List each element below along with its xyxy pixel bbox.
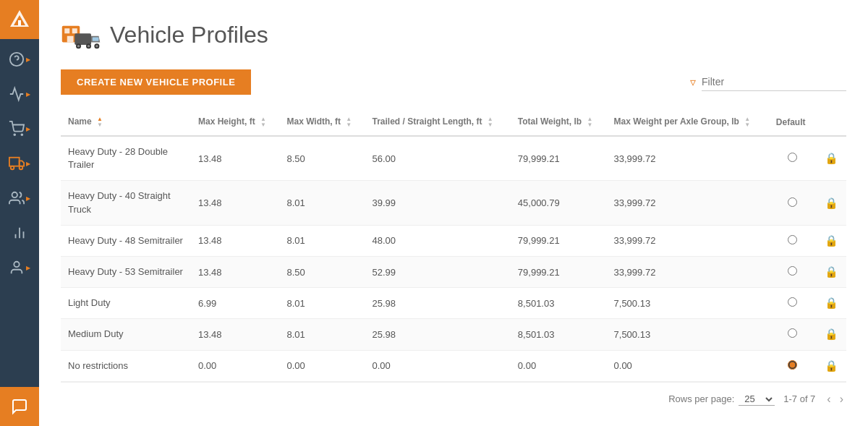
sort-icon: ▲▼ xyxy=(587,116,592,128)
table-body: Heavy Duty - 28 Double Trailer 13.48 8.5… xyxy=(61,136,846,381)
page-header-icon xyxy=(61,14,101,55)
cell-max-height: 13.48 xyxy=(191,181,279,225)
sort-icon: ▲▼ xyxy=(744,116,750,128)
sidebar-item-orders[interactable]: ▶ xyxy=(0,111,39,146)
cell-lock: 🔒 xyxy=(816,181,846,225)
cell-max-height: 13.48 xyxy=(191,256,279,287)
cell-default[interactable] xyxy=(769,225,816,256)
col-header-default: Default xyxy=(769,109,816,136)
sidebar-item-routes[interactable]: ▶ xyxy=(0,77,39,111)
cell-default[interactable] xyxy=(769,319,816,350)
cell-lock: 🔒 xyxy=(816,136,846,181)
vehicle-profiles-table: Name ▲ ▼ Max Height, ft ▲▼ Max Width, ft… xyxy=(61,109,846,382)
sort-down-icon: ▼ xyxy=(346,122,352,128)
default-radio[interactable] xyxy=(788,297,797,307)
toolbar: CREATE NEW VEHICLE PROFILE ▿ xyxy=(61,69,846,95)
chevron-icon: ▶ xyxy=(26,265,30,271)
cell-total-weight: 0.00 xyxy=(511,350,607,381)
cell-total-weight: 45,000.79 xyxy=(511,181,607,225)
cell-max-weight-axle: 33,999.72 xyxy=(607,181,769,225)
table-footer: Rows per page: 25 50 100 1-7 of 7 ‹ › xyxy=(61,382,846,409)
svg-marker-8 xyxy=(20,161,24,166)
main-content: Vehicle Profiles CREATE NEW VEHICLE PROF… xyxy=(39,0,868,426)
cell-default[interactable] xyxy=(769,256,816,287)
cell-default[interactable] xyxy=(769,288,816,319)
cell-max-width: 8.50 xyxy=(279,136,365,181)
default-radio[interactable] xyxy=(788,153,797,162)
cell-total-weight: 79,999.21 xyxy=(511,136,607,181)
default-radio[interactable] xyxy=(788,266,797,276)
sort-down-icon: ▼ xyxy=(488,122,493,128)
cell-name: Medium Duty xyxy=(61,319,191,350)
col-header-max-weight-axle[interactable]: Max Weight per Axle Group, lb ▲▼ xyxy=(607,109,769,136)
table-row: Heavy Duty - 53 Semitrailer 13.48 8.50 5… xyxy=(61,256,846,287)
cell-default[interactable] xyxy=(769,181,816,225)
cell-default[interactable] xyxy=(769,136,816,181)
default-radio[interactable] xyxy=(788,328,797,338)
cell-lock: 🔒 xyxy=(816,256,846,287)
svg-rect-19 xyxy=(67,36,74,43)
sidebar-item-vehicles[interactable]: ▶ xyxy=(0,146,39,181)
cell-max-width: 8.01 xyxy=(279,319,365,350)
cell-trailed-length: 25.98 xyxy=(365,319,511,350)
cell-max-weight-axle: 0.00 xyxy=(607,350,769,381)
cell-max-height: 0.00 xyxy=(191,350,279,381)
svg-point-9 xyxy=(11,166,14,170)
rows-per-page-select[interactable]: 25 50 100 xyxy=(739,393,775,406)
cell-max-weight-axle: 7,500.13 xyxy=(607,319,769,350)
col-header-name[interactable]: Name ▲ ▼ xyxy=(61,109,191,136)
filter-icon: ▿ xyxy=(690,75,696,89)
pagination-prev-button[interactable]: ‹ xyxy=(824,393,833,406)
svg-point-11 xyxy=(12,192,17,197)
sort-down-icon: ▼ xyxy=(97,122,103,128)
svg-rect-7 xyxy=(9,158,20,166)
default-radio[interactable] xyxy=(788,360,797,370)
cell-max-height: 6.99 xyxy=(191,288,279,319)
cell-lock: 🔒 xyxy=(816,350,846,381)
cell-total-weight: 79,999.21 xyxy=(511,225,607,256)
rows-per-page-label: Rows per page: xyxy=(668,393,734,404)
cell-max-weight-axle: 33,999.72 xyxy=(607,225,769,256)
app-logo[interactable] xyxy=(0,0,39,39)
rows-per-page: Rows per page: 25 50 100 xyxy=(668,393,775,406)
col-header-total-weight[interactable]: Total Weight, lb ▲▼ xyxy=(511,109,607,136)
cell-name: Heavy Duty - 40 Straight Truck xyxy=(61,181,191,225)
cell-total-weight: 8,501.03 xyxy=(511,319,607,350)
filter-input[interactable] xyxy=(702,73,846,91)
sidebar-item-reports[interactable] xyxy=(0,216,39,250)
chevron-icon: ▶ xyxy=(26,195,30,202)
svg-point-28 xyxy=(95,45,98,48)
sidebar-item-help[interactable]: ▶ xyxy=(0,42,39,77)
cell-trailed-length: 25.98 xyxy=(365,288,511,319)
cell-max-width: 8.01 xyxy=(279,181,365,225)
svg-rect-17 xyxy=(64,28,69,33)
cell-trailed-length: 0.00 xyxy=(365,350,511,381)
default-radio[interactable] xyxy=(788,235,797,244)
svg-point-5 xyxy=(14,134,15,135)
sort-icon: ▲▼ xyxy=(260,116,266,128)
cell-max-weight-axle: 7,500.13 xyxy=(607,288,769,319)
svg-rect-2 xyxy=(18,20,21,25)
table-row: No restrictions 0.00 0.00 0.00 0.00 0.00… xyxy=(61,350,846,381)
sidebar-item-users[interactable]: ▶ xyxy=(0,181,39,216)
cell-max-height: 13.48 xyxy=(191,225,279,256)
create-vehicle-profile-button[interactable]: CREATE NEW VEHICLE PROFILE xyxy=(61,69,251,95)
col-header-trailed-length[interactable]: Trailed / Straight Length, ft ▲▼ xyxy=(365,109,511,136)
pagination-next-button[interactable]: › xyxy=(837,393,846,406)
col-header-max-height[interactable]: Max Height, ft ▲▼ xyxy=(191,109,279,136)
cell-max-weight-axle: 33,999.72 xyxy=(607,136,769,181)
filter-area: ▿ xyxy=(690,73,846,91)
cell-trailed-length: 56.00 xyxy=(365,136,511,181)
cell-default[interactable] xyxy=(769,350,816,381)
page-header: Vehicle Profiles xyxy=(61,14,846,55)
col-header-max-width[interactable]: Max Width, ft ▲▼ xyxy=(279,109,365,136)
sort-icon: ▲▼ xyxy=(488,116,493,128)
cell-max-width: 0.00 xyxy=(279,350,365,381)
svg-point-10 xyxy=(20,166,23,170)
sidebar-item-contacts[interactable]: ▶ xyxy=(0,250,39,285)
default-radio[interactable] xyxy=(788,197,797,207)
cell-max-height: 13.48 xyxy=(191,136,279,181)
cell-name: No restrictions xyxy=(61,350,191,381)
chat-button[interactable] xyxy=(0,387,39,426)
chevron-icon: ▶ xyxy=(26,91,30,98)
